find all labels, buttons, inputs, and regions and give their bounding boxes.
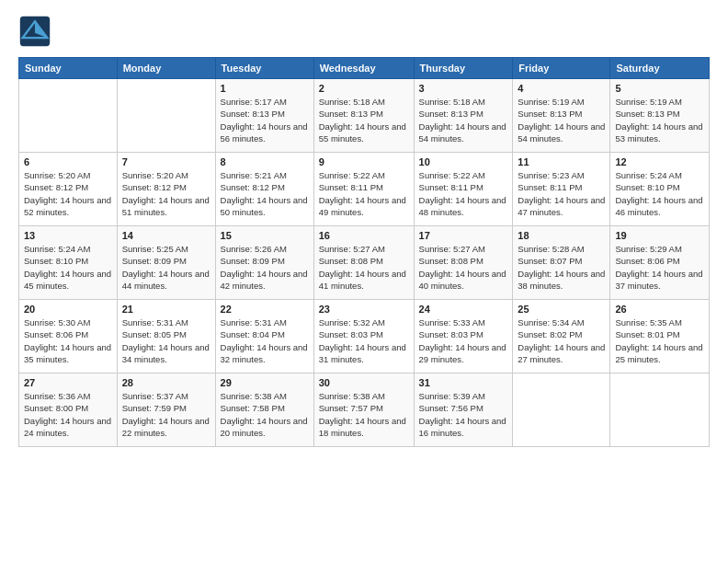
calendar-cell: 15Sunrise: 5:26 AM Sunset: 8:09 PM Dayli… <box>215 226 313 300</box>
weekday-header: Wednesday <box>313 58 414 79</box>
week-row: 1Sunrise: 5:17 AM Sunset: 8:13 PM Daylig… <box>19 79 710 153</box>
cell-info: Sunrise: 5:36 AM Sunset: 8:00 PM Dayligh… <box>24 390 112 439</box>
cell-info: Sunrise: 5:37 AM Sunset: 7:59 PM Dayligh… <box>122 390 210 439</box>
cell-day-number: 5 <box>615 83 704 94</box>
calendar-cell: 24Sunrise: 5:33 AM Sunset: 8:03 PM Dayli… <box>414 300 513 373</box>
header <box>18 15 710 48</box>
cell-day-number: 26 <box>615 304 704 315</box>
calendar-cell: 16Sunrise: 5:27 AM Sunset: 8:08 PM Dayli… <box>313 226 414 300</box>
cell-info: Sunrise: 5:25 AM Sunset: 8:09 PM Dayligh… <box>122 243 210 292</box>
cell-info: Sunrise: 5:39 AM Sunset: 7:56 PM Dayligh… <box>419 390 508 439</box>
weekday-header: Sunday <box>19 58 118 79</box>
cell-day-number: 3 <box>419 83 508 94</box>
cell-day-number: 1 <box>221 83 309 94</box>
cell-day-number: 27 <box>24 377 112 388</box>
calendar-cell: 8Sunrise: 5:21 AM Sunset: 8:12 PM Daylig… <box>215 153 313 226</box>
cell-info: Sunrise: 5:20 AM Sunset: 8:12 PM Dayligh… <box>24 169 112 218</box>
cell-day-number: 25 <box>518 304 605 315</box>
cell-day-number: 10 <box>419 156 508 167</box>
calendar-cell: 12Sunrise: 5:24 AM Sunset: 8:10 PM Dayli… <box>610 153 710 226</box>
calendar-cell: 2Sunrise: 5:18 AM Sunset: 8:13 PM Daylig… <box>313 79 414 153</box>
cell-day-number: 15 <box>221 230 309 241</box>
week-row: 13Sunrise: 5:24 AM Sunset: 8:10 PM Dayli… <box>19 226 710 300</box>
cell-info: Sunrise: 5:22 AM Sunset: 8:11 PM Dayligh… <box>419 169 508 218</box>
cell-day-number: 23 <box>319 304 409 315</box>
cell-day-number: 4 <box>518 83 605 94</box>
week-row: 27Sunrise: 5:36 AM Sunset: 8:00 PM Dayli… <box>19 373 710 447</box>
cell-day-number: 14 <box>122 230 210 241</box>
calendar-cell: 23Sunrise: 5:32 AM Sunset: 8:03 PM Dayli… <box>313 300 414 373</box>
calendar-cell: 9Sunrise: 5:22 AM Sunset: 8:11 PM Daylig… <box>313 153 414 226</box>
cell-day-number: 16 <box>319 230 409 241</box>
cell-info: Sunrise: 5:19 AM Sunset: 8:13 PM Dayligh… <box>518 96 605 144</box>
cell-info: Sunrise: 5:17 AM Sunset: 8:13 PM Dayligh… <box>221 96 309 144</box>
cell-day-number: 7 <box>122 156 210 167</box>
weekday-header: Thursday <box>414 58 513 79</box>
calendar-cell <box>117 79 215 153</box>
calendar-cell <box>19 79 118 153</box>
calendar-cell: 10Sunrise: 5:22 AM Sunset: 8:11 PM Dayli… <box>414 153 513 226</box>
calendar-cell: 1Sunrise: 5:17 AM Sunset: 8:13 PM Daylig… <box>215 79 313 153</box>
cell-day-number: 29 <box>221 377 309 388</box>
calendar-cell: 13Sunrise: 5:24 AM Sunset: 8:10 PM Dayli… <box>19 226 118 300</box>
calendar-cell: 5Sunrise: 5:19 AM Sunset: 8:13 PM Daylig… <box>610 79 710 153</box>
calendar-cell: 4Sunrise: 5:19 AM Sunset: 8:13 PM Daylig… <box>513 79 610 153</box>
calendar-cell: 7Sunrise: 5:20 AM Sunset: 8:12 PM Daylig… <box>117 153 215 226</box>
cell-info: Sunrise: 5:24 AM Sunset: 8:10 PM Dayligh… <box>615 169 704 218</box>
cell-info: Sunrise: 5:34 AM Sunset: 8:02 PM Dayligh… <box>518 316 605 365</box>
cell-info: Sunrise: 5:32 AM Sunset: 8:03 PM Dayligh… <box>319 316 409 365</box>
calendar-cell: 6Sunrise: 5:20 AM Sunset: 8:12 PM Daylig… <box>19 153 118 226</box>
calendar-cell: 28Sunrise: 5:37 AM Sunset: 7:59 PM Dayli… <box>117 373 215 447</box>
calendar-cell: 18Sunrise: 5:28 AM Sunset: 8:07 PM Dayli… <box>513 226 610 300</box>
logo <box>18 15 55 48</box>
cell-info: Sunrise: 5:22 AM Sunset: 8:11 PM Dayligh… <box>319 169 409 218</box>
calendar-cell <box>513 373 610 447</box>
cell-info: Sunrise: 5:31 AM Sunset: 8:05 PM Dayligh… <box>122 316 210 365</box>
cell-info: Sunrise: 5:38 AM Sunset: 7:58 PM Dayligh… <box>221 390 309 439</box>
calendar-cell: 11Sunrise: 5:23 AM Sunset: 8:11 PM Dayli… <box>513 153 610 226</box>
calendar-cell: 14Sunrise: 5:25 AM Sunset: 8:09 PM Dayli… <box>117 226 215 300</box>
cell-day-number: 9 <box>319 156 409 167</box>
cell-day-number: 30 <box>319 377 409 388</box>
calendar-cell: 29Sunrise: 5:38 AM Sunset: 7:58 PM Dayli… <box>215 373 313 447</box>
week-row: 20Sunrise: 5:30 AM Sunset: 8:06 PM Dayli… <box>19 300 710 373</box>
cell-info: Sunrise: 5:21 AM Sunset: 8:12 PM Dayligh… <box>221 169 309 218</box>
calendar-cell <box>610 373 710 447</box>
cell-day-number: 18 <box>518 230 605 241</box>
cell-info: Sunrise: 5:31 AM Sunset: 8:04 PM Dayligh… <box>221 316 309 365</box>
cell-day-number: 21 <box>122 304 210 315</box>
calendar-cell: 30Sunrise: 5:38 AM Sunset: 7:57 PM Dayli… <box>313 373 414 447</box>
cell-day-number: 11 <box>518 156 605 167</box>
calendar-cell: 21Sunrise: 5:31 AM Sunset: 8:05 PM Dayli… <box>117 300 215 373</box>
cell-info: Sunrise: 5:30 AM Sunset: 8:06 PM Dayligh… <box>24 316 112 365</box>
cell-day-number: 2 <box>319 83 409 94</box>
cell-info: Sunrise: 5:23 AM Sunset: 8:11 PM Dayligh… <box>518 169 605 218</box>
cell-info: Sunrise: 5:27 AM Sunset: 8:08 PM Dayligh… <box>419 243 508 292</box>
calendar-cell: 17Sunrise: 5:27 AM Sunset: 8:08 PM Dayli… <box>414 226 513 300</box>
cell-day-number: 31 <box>419 377 508 388</box>
calendar-cell: 22Sunrise: 5:31 AM Sunset: 8:04 PM Dayli… <box>215 300 313 373</box>
weekday-header: Friday <box>513 58 610 79</box>
calendar-cell: 19Sunrise: 5:29 AM Sunset: 8:06 PM Dayli… <box>610 226 710 300</box>
calendar-cell: 26Sunrise: 5:35 AM Sunset: 8:01 PM Dayli… <box>610 300 710 373</box>
weekday-header-row: SundayMondayTuesdayWednesdayThursdayFrid… <box>19 58 710 79</box>
cell-info: Sunrise: 5:27 AM Sunset: 8:08 PM Dayligh… <box>319 243 409 292</box>
cell-day-number: 20 <box>24 304 112 315</box>
weekday-header: Tuesday <box>215 58 313 79</box>
cell-info: Sunrise: 5:18 AM Sunset: 8:13 PM Dayligh… <box>419 96 508 144</box>
cell-day-number: 13 <box>24 230 112 241</box>
calendar-cell: 3Sunrise: 5:18 AM Sunset: 8:13 PM Daylig… <box>414 79 513 153</box>
page: SundayMondayTuesdayWednesdayThursdayFrid… <box>0 0 728 563</box>
cell-info: Sunrise: 5:29 AM Sunset: 8:06 PM Dayligh… <box>615 243 704 292</box>
cell-info: Sunrise: 5:35 AM Sunset: 8:01 PM Dayligh… <box>615 316 704 365</box>
cell-info: Sunrise: 5:33 AM Sunset: 8:03 PM Dayligh… <box>419 316 508 365</box>
cell-day-number: 24 <box>419 304 508 315</box>
cell-day-number: 28 <box>122 377 210 388</box>
cell-info: Sunrise: 5:18 AM Sunset: 8:13 PM Dayligh… <box>319 96 409 144</box>
cell-day-number: 6 <box>24 156 112 167</box>
cell-day-number: 17 <box>419 230 508 241</box>
cell-info: Sunrise: 5:24 AM Sunset: 8:10 PM Dayligh… <box>24 243 112 292</box>
cell-info: Sunrise: 5:19 AM Sunset: 8:13 PM Dayligh… <box>615 96 704 144</box>
cell-info: Sunrise: 5:26 AM Sunset: 8:09 PM Dayligh… <box>221 243 309 292</box>
cell-day-number: 22 <box>221 304 309 315</box>
